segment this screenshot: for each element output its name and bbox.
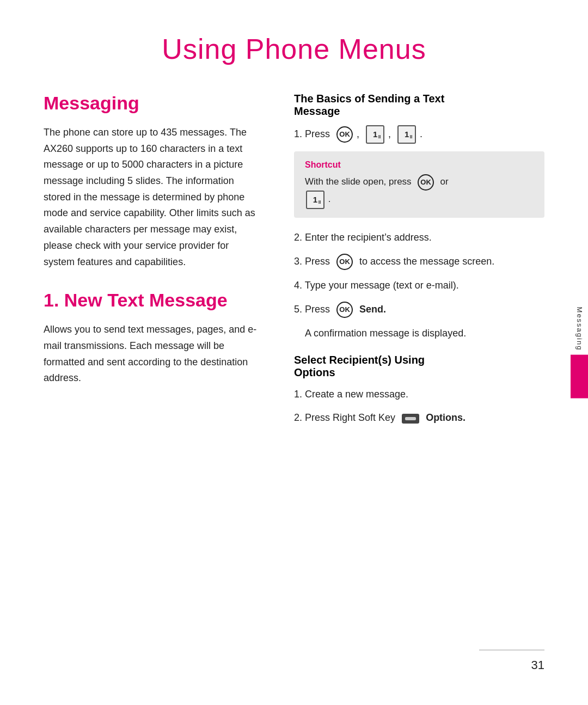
step2-text: 2. Enter the recipient’s address. <box>294 230 432 246</box>
page-title: Using Phone Menus <box>44 33 544 65</box>
side-tab-bar <box>571 355 588 399</box>
side-label: Messaging <box>575 306 584 351</box>
select-step2-text: 2. Press Right Soft Key Options. <box>294 410 465 426</box>
confirmation-text-block: A confirmation message is displayed. <box>294 326 544 342</box>
step4-text: 4. Type your message (text or e-mail). <box>294 278 459 294</box>
right-column: The Basics of Sending a Text Message 1. … <box>294 93 544 661</box>
step-2: 2. Enter the recipient’s address. <box>294 230 544 246</box>
basics-heading-text: The Basics of Sending a Text Message <box>294 93 544 118</box>
footer-divider <box>479 649 544 651</box>
shortcut-ok-icon: OK <box>418 174 434 191</box>
shortcut-label: Shortcut <box>305 160 534 170</box>
step3-ok-icon: OK <box>336 254 353 270</box>
step1-text: 1. Press OK , 1⠿ , 1⠿ . <box>294 125 422 144</box>
step-5: 5. Press OK Send. <box>294 302 544 318</box>
select-heading: Select Recipient(s) Using Options <box>294 354 544 379</box>
step5-ok-icon: OK <box>336 302 353 318</box>
new-text-message-body: Allows you to send text messages, pages,… <box>44 322 261 387</box>
soft-key-icon <box>402 414 419 424</box>
step5-text: 5. Press OK Send. <box>294 302 386 318</box>
svg-rect-0 <box>405 417 416 420</box>
messaging-heading: Messaging <box>44 93 261 114</box>
ok-icon: OK <box>336 126 353 143</box>
step-3: 3. Press OK to access the message screen… <box>294 254 544 270</box>
page-number: 31 <box>531 658 544 672</box>
shortcut-box: Shortcut With the slide open, press OK o… <box>294 151 544 218</box>
page-container: Using Phone Menus Messaging The phone ca… <box>0 0 588 705</box>
step3-text: 3. Press OK to access the message screen… <box>294 254 494 270</box>
messaging-intro: The phone can store up to 435 messages. … <box>44 125 261 270</box>
step-1: 1. Press OK , 1⠿ , 1⠿ . <box>294 125 544 144</box>
step-4: 4. Type your message (text or e-mail). <box>294 278 544 294</box>
basics-heading: The Basics of Sending a Text Message <box>294 93 544 118</box>
key-1a: 1⠿ <box>366 125 384 144</box>
shortcut-text: With the slide open, press OK or 1⠿ . <box>305 174 534 209</box>
content-layout: Messaging The phone can store up to 435 … <box>44 93 544 661</box>
select-step-2: 2. Press Right Soft Key Options. <box>294 410 544 426</box>
side-tab-container: Messaging <box>571 306 588 399</box>
select-step-1: 1. Create a new message. <box>294 387 544 403</box>
key-1b: 1⠿ <box>397 125 416 144</box>
new-text-message-heading: 1. New Text Message <box>44 290 261 311</box>
confirmation-text: A confirmation message is displayed. <box>305 326 544 342</box>
shortcut-key-1: 1⠿ <box>306 191 324 209</box>
left-column: Messaging The phone can store up to 435 … <box>44 93 261 661</box>
select-recipients-section: Select Recipient(s) Using Options 1. Cre… <box>294 354 544 426</box>
new-text-section: 1. New Text Message Allows you to send t… <box>44 290 261 387</box>
select-step1-text: 1. Create a new message. <box>294 387 408 403</box>
